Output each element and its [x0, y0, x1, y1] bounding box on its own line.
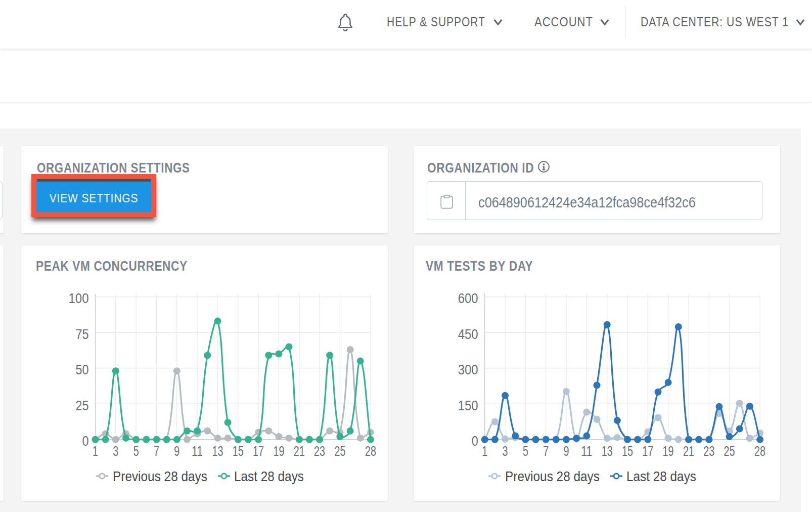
svg-text:100: 100: [69, 291, 89, 306]
svg-text:28: 28: [365, 444, 376, 459]
svg-text:75: 75: [76, 327, 89, 342]
svg-text:23: 23: [314, 444, 325, 459]
svg-text:Previous 28 days: Previous 28 days: [505, 468, 600, 484]
svg-text:9: 9: [564, 444, 569, 459]
svg-text:25: 25: [334, 444, 345, 459]
svg-text:1: 1: [93, 444, 98, 459]
svg-text:25: 25: [76, 398, 89, 413]
svg-text:21: 21: [683, 444, 694, 459]
svg-text:13: 13: [212, 444, 223, 459]
svg-text:Last 28 days: Last 28 days: [234, 468, 304, 484]
svg-text:450: 450: [458, 327, 478, 342]
svg-text:21: 21: [294, 444, 305, 459]
svg-text:0: 0: [82, 434, 89, 449]
svg-text:Previous 28 days: Previous 28 days: [113, 468, 207, 484]
svg-text:5: 5: [133, 444, 139, 459]
svg-text:23: 23: [703, 444, 714, 459]
svg-text:15: 15: [233, 444, 244, 459]
svg-text:1: 1: [482, 444, 487, 459]
svg-text:28: 28: [754, 444, 765, 459]
svg-text:3: 3: [113, 444, 118, 459]
svg-text:7: 7: [543, 444, 549, 459]
svg-text:25: 25: [724, 444, 735, 459]
svg-text:600: 600: [458, 291, 478, 306]
svg-text:0: 0: [472, 434, 478, 449]
svg-text:11: 11: [581, 444, 592, 459]
svg-text:50: 50: [76, 362, 89, 377]
svg-text:15: 15: [622, 444, 633, 459]
svg-text:13: 13: [602, 444, 613, 459]
svg-text:11: 11: [192, 444, 203, 459]
svg-text:19: 19: [663, 444, 674, 459]
svg-text:17: 17: [253, 444, 264, 459]
svg-text:9: 9: [174, 444, 179, 459]
svg-text:5: 5: [523, 444, 528, 459]
svg-text:150: 150: [458, 398, 478, 413]
svg-text:7: 7: [154, 444, 159, 459]
svg-text:Last 28 days: Last 28 days: [626, 468, 696, 484]
svg-text:3: 3: [503, 444, 508, 459]
svg-text:17: 17: [642, 444, 653, 459]
svg-text:300: 300: [458, 362, 478, 377]
svg-text:19: 19: [273, 444, 284, 459]
